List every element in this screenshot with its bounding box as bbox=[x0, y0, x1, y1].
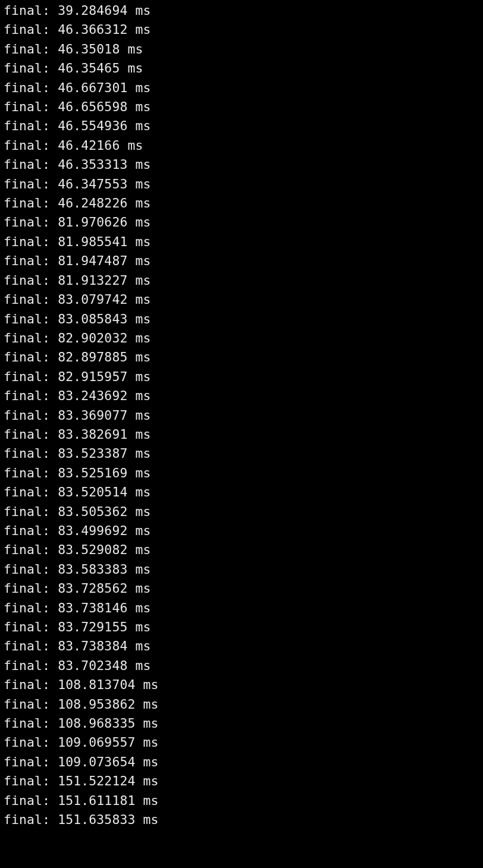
log-line: final: 81.985541 ms bbox=[4, 232, 483, 251]
log-line: final: 82.897885 ms bbox=[4, 348, 483, 367]
log-line: final: 83.738146 ms bbox=[4, 599, 483, 618]
log-line: final: 46.554936 ms bbox=[4, 117, 483, 136]
log-line: final: 108.813704 ms bbox=[4, 675, 483, 694]
log-line: final: 151.611181 ms bbox=[4, 791, 483, 810]
log-line: final: 83.520514 ms bbox=[4, 483, 483, 502]
log-line: final: 151.635833 ms bbox=[4, 810, 483, 829]
log-line: final: 109.069557 ms bbox=[4, 733, 483, 752]
log-line: final: 81.970626 ms bbox=[4, 213, 483, 232]
log-line: final: 81.913227 ms bbox=[4, 271, 483, 290]
log-line: final: 46.667301 ms bbox=[4, 78, 483, 98]
log-line: final: 83.738384 ms bbox=[4, 637, 483, 656]
log-line: final: 46.347553 ms bbox=[4, 175, 483, 194]
log-line: final: 46.353313 ms bbox=[4, 155, 483, 174]
log-line: final: 83.529082 ms bbox=[4, 540, 483, 559]
log-line: final: 83.505362 ms bbox=[4, 502, 483, 521]
log-line: final: 151.522124 ms bbox=[4, 772, 483, 791]
log-line: final: 46.656598 ms bbox=[4, 98, 483, 117]
log-line: final: 83.729155 ms bbox=[4, 618, 483, 637]
log-line: final: 108.968335 ms bbox=[4, 714, 483, 733]
log-line: final: 83.728562 ms bbox=[4, 579, 483, 598]
log-line: final: 46.366312 ms bbox=[4, 20, 483, 39]
log-line: final: 82.915957 ms bbox=[4, 367, 483, 386]
log-line: final: 83.085843 ms bbox=[4, 310, 483, 329]
log-line: final: 83.702348 ms bbox=[4, 656, 483, 675]
log-line: final: 109.073654 ms bbox=[4, 753, 483, 772]
log-line: final: 108.953862 ms bbox=[4, 695, 483, 714]
log-line: final: 83.079742 ms bbox=[4, 290, 483, 309]
log-line: final: 83.499692 ms bbox=[4, 521, 483, 540]
log-line: final: 82.902032 ms bbox=[4, 329, 483, 348]
log-line: final: 83.583383 ms bbox=[4, 560, 483, 579]
log-line: final: 46.35018 ms bbox=[4, 40, 483, 59]
log-line: final: 81.947487 ms bbox=[4, 251, 483, 271]
log-line: final: 46.42166 ms bbox=[4, 136, 483, 155]
log-line: final: 83.523387 ms bbox=[4, 444, 483, 463]
terminal-output[interactable]: final: 39.284694 msfinal: 46.366312 msfi… bbox=[0, 0, 483, 829]
log-line: final: 83.525169 ms bbox=[4, 464, 483, 483]
log-line: final: 83.369077 ms bbox=[4, 406, 483, 425]
log-line: final: 83.382691 ms bbox=[4, 425, 483, 444]
log-line: final: 46.248226 ms bbox=[4, 194, 483, 213]
log-line: final: 39.284694 ms bbox=[4, 1, 483, 20]
log-line: final: 83.243692 ms bbox=[4, 386, 483, 405]
log-line: final: 46.35465 ms bbox=[4, 59, 483, 78]
